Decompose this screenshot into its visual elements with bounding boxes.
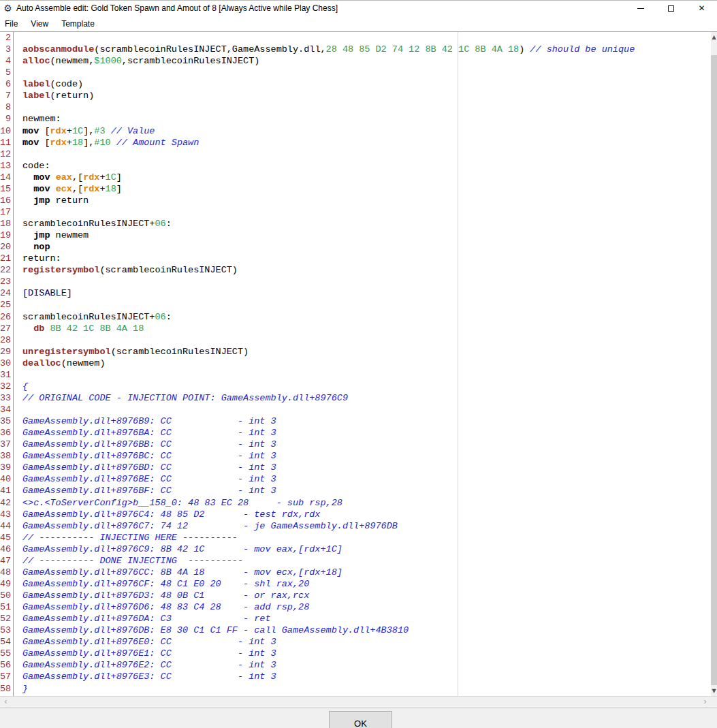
code-line[interactable]: newmem: xyxy=(22,113,635,125)
code-line[interactable]: GameAssembly.dll+8976D3: 48 0B C1 - or r… xyxy=(22,590,635,601)
code-line[interactable]: GameAssembly.dll+8976BF: CC - int 3 xyxy=(22,485,635,496)
line-number: 17 xyxy=(0,206,11,218)
menu-view[interactable]: View xyxy=(29,18,50,30)
code-line[interactable]: GameAssembly.dll+8976CC: 8B 4A 18 - mov … xyxy=(22,567,635,578)
line-number: 33 xyxy=(0,392,11,404)
line-number: 54 xyxy=(0,636,11,648)
code-line[interactable] xyxy=(22,67,635,78)
code-line[interactable]: // ---------- INJECTING HERE ---------- xyxy=(22,532,635,543)
code-line[interactable]: GameAssembly.dll+8976D6: 48 83 C4 28 - a… xyxy=(22,601,635,613)
line-number: 26 xyxy=(0,311,11,323)
code-line[interactable]: GameAssembly.dll+8976E2: CC - int 3 xyxy=(22,659,635,671)
maximize-button[interactable] xyxy=(656,1,686,16)
code-line[interactable] xyxy=(22,404,635,415)
line-number: 2 xyxy=(0,32,11,44)
scroll-left-arrow[interactable]: ‹ xyxy=(0,697,12,708)
code-line[interactable]: scramblecoinRulesINJECT+06: xyxy=(22,311,635,323)
code-line[interactable] xyxy=(22,276,635,287)
code-line[interactable]: GameAssembly.dll+8976C9: 8B 42 1C - mov … xyxy=(22,543,635,555)
code-line[interactable]: GameAssembly.dll+8976BD: CC - int 3 xyxy=(22,462,635,473)
line-number: 12 xyxy=(0,148,11,160)
code-line[interactable]: GameAssembly.dll+8976E3: CC - int 3 xyxy=(22,671,635,682)
code-line[interactable]: jmp return xyxy=(22,195,635,206)
code-line[interactable] xyxy=(22,206,635,218)
code-line[interactable]: GameAssembly.dll+8976CF: 48 C1 E0 20 - s… xyxy=(22,578,635,590)
window-title: Auto Assemble edit: Gold Token Spawn and… xyxy=(16,3,338,13)
code-line[interactable] xyxy=(22,369,635,381)
ok-button[interactable]: OK xyxy=(329,711,392,728)
line-number: 24 xyxy=(0,287,11,299)
line-number: 50 xyxy=(0,590,11,601)
code-line[interactable] xyxy=(22,32,635,44)
line-number: 15 xyxy=(0,183,11,195)
line-number: 29 xyxy=(0,346,11,358)
code-line[interactable]: GameAssembly.dll+8976DA: C3 - ret xyxy=(22,613,635,624)
code-line[interactable]: GameAssembly.dll+8976BE: CC - int 3 xyxy=(22,473,635,485)
code-line[interactable]: mov [rdx+1C],#3 // Value xyxy=(22,125,635,137)
menu-template[interactable]: Template xyxy=(59,18,97,30)
line-number: 56 xyxy=(0,659,11,671)
horizontal-scrollbar[interactable]: ‹ › xyxy=(0,696,717,708)
code-line[interactable]: registersymbol(scramblecoinRulesINJECT) xyxy=(22,264,635,276)
script-editor[interactable]: 2345678910111213141516171819202122232425… xyxy=(0,31,717,696)
code-line[interactable]: <>c.<ToServerConfig>b__158_0: 48 83 EC 2… xyxy=(22,497,635,509)
code-line[interactable]: GameAssembly.dll+8976BB: CC - int 3 xyxy=(22,439,635,450)
vertical-scrollbar[interactable]: ▲ ▼ xyxy=(711,32,717,696)
code-line[interactable]: aobscanmodule(scramblecoinRulesINJECT,Ga… xyxy=(22,44,635,55)
code-line[interactable]: code: xyxy=(22,160,635,172)
menu-bar: File View Template xyxy=(0,16,717,31)
code-line[interactable]: nop xyxy=(22,241,635,253)
code-line[interactable]: mov [rdx+18],#10 // Amount Spawn xyxy=(22,137,635,148)
code-line[interactable]: label(return) xyxy=(22,90,635,101)
code-line[interactable]: db 8B 42 1C 8B 4A 18 xyxy=(22,323,635,334)
code-line[interactable]: GameAssembly.dll+8976C7: 74 12 - je Game… xyxy=(22,520,635,532)
line-number: 5 xyxy=(0,67,11,78)
code-line[interactable]: GameAssembly.dll+8976E1: CC - int 3 xyxy=(22,648,635,659)
line-number: 30 xyxy=(0,358,11,369)
code-line[interactable]: return: xyxy=(22,253,635,264)
title-bar: ⚙ Auto Assemble edit: Gold Token Spawn a… xyxy=(0,1,717,16)
code-line[interactable] xyxy=(22,334,635,346)
code-line[interactable] xyxy=(22,148,635,160)
minimize-button[interactable] xyxy=(625,1,656,16)
code-line[interactable] xyxy=(22,299,635,311)
code-line[interactable]: { xyxy=(22,381,635,392)
code-line[interactable]: label(code) xyxy=(22,78,635,90)
code-area[interactable]: aobscanmodule(scramblecoinRulesINJECT,Ga… xyxy=(22,32,635,695)
code-line[interactable]: scramblecoinRulesINJECT+06: xyxy=(22,218,635,230)
code-line[interactable]: unregistersymbol(scramblecoinRulesINJECT… xyxy=(22,346,635,358)
line-number: 45 xyxy=(0,532,11,543)
vertical-scrollbar-thumb[interactable] xyxy=(711,55,717,685)
code-line[interactable]: GameAssembly.dll+8976E0: CC - int 3 xyxy=(22,636,635,648)
code-line[interactable]: GameAssembly.dll+8976DB: E8 30 C1 C1 FF … xyxy=(22,624,635,636)
code-line[interactable]: // ---------- DONE INJECTING ---------- xyxy=(22,555,635,567)
line-number: 28 xyxy=(0,334,11,346)
code-line[interactable]: GameAssembly.dll+8976BC: CC - int 3 xyxy=(22,450,635,462)
line-number: 36 xyxy=(0,427,11,439)
line-number: 58 xyxy=(0,683,11,695)
scroll-down-arrow[interactable]: ▼ xyxy=(711,686,717,696)
line-number: 34 xyxy=(0,404,11,415)
code-line[interactable]: dealloc(newmem) xyxy=(22,358,635,369)
code-line[interactable]: alloc(newmem,$1000,scramblecoinRulesINJE… xyxy=(22,55,635,67)
code-line[interactable]: } xyxy=(22,683,635,695)
auto-assemble-window: ⚙ Auto Assemble edit: Gold Token Spawn a… xyxy=(0,0,717,728)
close-button[interactable]: ✕ xyxy=(686,1,717,16)
line-number: 11 xyxy=(0,137,11,148)
line-number: 23 xyxy=(0,276,11,287)
code-line[interactable]: GameAssembly.dll+8976BA: CC - int 3 xyxy=(22,427,635,439)
code-line[interactable]: [DISABLE] xyxy=(22,287,635,299)
code-line[interactable] xyxy=(22,101,635,113)
line-number: 16 xyxy=(0,195,11,206)
code-line[interactable]: mov eax,[rdx+1C] xyxy=(22,172,635,183)
scroll-up-arrow[interactable]: ▲ xyxy=(711,32,717,42)
code-line[interactable]: jmp newmem xyxy=(22,230,635,241)
scroll-right-arrow[interactable]: › xyxy=(699,697,711,708)
code-line[interactable]: GameAssembly.dll+8976B9: CC - int 3 xyxy=(22,415,635,427)
code-line[interactable]: mov ecx,[rdx+18] xyxy=(22,183,635,195)
code-line[interactable]: // ORIGINAL CODE - INJECTION POINT: Game… xyxy=(22,392,635,404)
code-line[interactable]: GameAssembly.dll+8976C4: 48 85 D2 - test… xyxy=(22,509,635,520)
bottom-panel: OK xyxy=(0,708,717,728)
menu-file[interactable]: File xyxy=(3,18,20,30)
line-number-gutter: 2345678910111213141516171819202122232425… xyxy=(0,32,14,696)
